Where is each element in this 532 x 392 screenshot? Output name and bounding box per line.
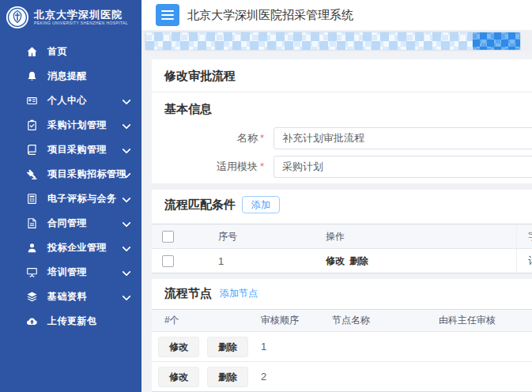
tab-strip	[141, 30, 532, 52]
table-row: 修改 删除 2	[152, 362, 532, 392]
chevron-down-icon	[122, 96, 130, 104]
sidebar-item-label: 项目采购招标管理	[47, 168, 126, 181]
book-icon	[25, 144, 38, 156]
order-column-header: 审核顺序	[249, 314, 320, 327]
name-input[interactable]	[274, 127, 532, 149]
module-field-row: 适用模块*	[164, 156, 532, 178]
chevron-down-icon	[122, 218, 130, 227]
chevron-down-icon	[122, 145, 130, 153]
chevron-down-icon	[122, 194, 130, 202]
sidebar-item-messages[interactable]: 消息提醒	[0, 64, 141, 89]
sidebar-item-label: 采购计划管理	[47, 119, 107, 132]
reviewer-column-header: 由科主任审核	[427, 314, 532, 327]
row-checkbox[interactable]	[162, 255, 174, 267]
edit-approval-flow-card: 修改审批流程 基本信息 名称* 适用模块*	[152, 59, 532, 183]
flow-nodes-heading: 流程节点	[164, 286, 212, 301]
sidebar-menu: 首页 消息提醒 个人中心 采购计划管理 项目采购管理 项目采购招标管理	[0, 35, 141, 334]
user-badge-redacted[interactable]	[473, 32, 520, 50]
select-all-checkbox[interactable]	[162, 231, 174, 243]
presentation-icon	[25, 266, 38, 279]
redacted-tabs-mosaic	[145, 32, 520, 50]
node-name-column-header: 节点名称	[320, 314, 427, 327]
bell-icon	[25, 70, 38, 83]
extra-column-header: 字	[516, 224, 532, 248]
app-title: 北京大学深圳医院招采管理系统	[187, 0, 353, 30]
sidebar-item-home[interactable]: 首页	[0, 40, 141, 64]
sidebar-item-project-purchase[interactable]: 项目采购管理	[0, 138, 141, 162]
calculator-icon	[25, 193, 38, 205]
flow-nodes-table: #个 审核顺序 节点名称 由科主任审核 修改 删除 1 修改 删除 2	[152, 309, 532, 392]
sidebar-item-label: 合同管理	[47, 217, 87, 230]
sidebar-item-training[interactable]: 培训管理	[0, 260, 141, 285]
chevron-down-icon	[122, 120, 130, 129]
add-condition-button[interactable]: 添加	[242, 196, 280, 213]
delete-link[interactable]: 删除	[349, 255, 368, 266]
id-card-icon	[25, 95, 38, 107]
seq-column-header: 序号	[207, 230, 315, 243]
sidebar-item-bidding[interactable]: 项目采购招标管理	[0, 162, 141, 187]
delete-button[interactable]: 删除	[207, 367, 248, 387]
modify-button[interactable]: 修改	[158, 337, 199, 357]
name-label: 名称*	[164, 131, 264, 145]
sidebar-item-upload-package[interactable]: 上传更新包	[0, 309, 141, 334]
sidebar-item-purchase-plan[interactable]: 采购计划管理	[0, 113, 141, 138]
sidebar-item-bidder-companies[interactable]: 投标企业管理	[0, 236, 141, 260]
seq-cell: 1	[207, 255, 315, 267]
sidebar-header: 北京大学深圳医院 PEKING UNIVERSITY SHENZHEN HOSP…	[0, 0, 141, 35]
topbar: 北京大学深圳医院招采管理系统	[141, 0, 532, 31]
extra-cell: 计	[516, 249, 532, 273]
user-icon	[25, 242, 38, 254]
tabs-redacted[interactable]	[145, 32, 521, 51]
flow-nodes-card: 流程节点 添加节点 #个 审核顺序 节点名称 由科主任审核 修改 删除 1 修改…	[152, 279, 532, 392]
match-conditions-heading: 流程匹配条件	[164, 198, 236, 213]
required-asterisk: *	[260, 132, 264, 144]
sidebar-item-label: 上传更新包	[47, 315, 97, 328]
modify-button[interactable]: 修改	[158, 367, 199, 387]
module-input[interactable]	[274, 156, 532, 178]
sidebar-item-label: 个人中心	[47, 94, 87, 107]
sidebar-item-label: 培训管理	[47, 266, 87, 279]
menu-icon[interactable]	[156, 4, 179, 26]
delete-button[interactable]: 删除	[207, 337, 248, 357]
module-label: 适用模块*	[164, 160, 264, 174]
contract-icon	[25, 217, 38, 230]
table-row: 1 修改删除 计	[152, 249, 532, 273]
gavel-icon	[25, 168, 38, 181]
name-field-row: 名称*	[164, 127, 532, 149]
clipboard-check-icon	[25, 119, 38, 132]
modify-link[interactable]: 修改	[326, 255, 345, 266]
sidebar-item-label: 消息提醒	[47, 70, 87, 83]
hospital-logo-icon	[6, 6, 29, 29]
sidebar-item-label: 电子评标与会务	[47, 192, 117, 205]
layers-icon	[25, 291, 38, 303]
sidebar-item-label: 项目采购管理	[47, 143, 107, 156]
index-column-header: #个	[152, 314, 249, 327]
required-asterisk: *	[260, 160, 264, 172]
chevron-down-icon	[122, 243, 130, 251]
chevron-down-icon	[122, 267, 130, 276]
sidebar-item-profile[interactable]: 个人中心	[0, 89, 141, 113]
sidebar-item-label: 首页	[47, 45, 67, 58]
sidebar-item-base-data[interactable]: 基础资料	[0, 285, 141, 309]
basic-info-heading: 基本信息	[164, 102, 532, 117]
hospital-name: 北京大学深圳医院	[34, 9, 136, 21]
page-title: 修改审批流程	[152, 59, 532, 92]
operation-column-header: 操作	[315, 230, 516, 243]
sidebar-item-label: 基础资料	[47, 290, 87, 303]
table-header-row: #个 审核顺序 节点名称 由科主任审核	[152, 310, 532, 332]
hospital-name-en: PEKING UNIVERSITY SHENZHEN HOSPITAL	[34, 21, 128, 25]
table-row: 修改 删除 1	[152, 332, 532, 362]
match-conditions-card: 流程匹配条件 添加 序号 操作 字 1 修改删除 计	[152, 190, 532, 273]
cloud-upload-icon	[25, 315, 38, 328]
order-cell: 1	[249, 341, 320, 352]
chevron-down-icon	[122, 292, 130, 300]
sidebar: 北京大学深圳医院 PEKING UNIVERSITY SHENZHEN HOSP…	[0, 0, 141, 392]
match-conditions-table: 序号 操作 字 1 修改删除 计	[152, 224, 532, 273]
home-icon	[25, 46, 38, 58]
order-cell: 2	[249, 371, 320, 383]
add-node-link[interactable]: 添加节点	[220, 287, 258, 300]
sidebar-item-label: 投标企业管理	[47, 241, 107, 254]
sidebar-item-contracts[interactable]: 合同管理	[0, 211, 141, 236]
table-header-row: 序号 操作 字	[152, 224, 532, 249]
sidebar-item-e-evaluation[interactable]: 电子评标与会务	[0, 187, 141, 211]
